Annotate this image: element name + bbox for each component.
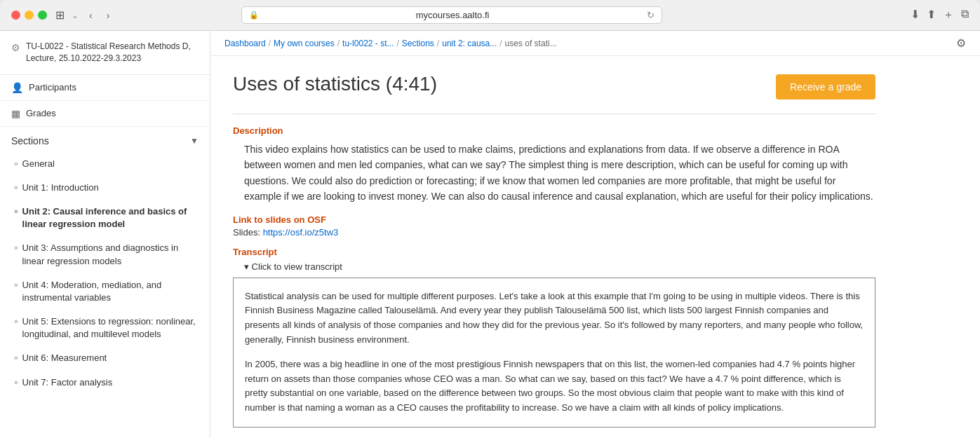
- sections-label: Sections: [11, 135, 49, 146]
- breadcrumb-sep-4: /: [437, 39, 439, 48]
- minimize-button[interactable]: [25, 11, 34, 20]
- forward-button[interactable]: ›: [103, 8, 114, 22]
- transcript-label: Transcript: [233, 247, 875, 257]
- transcript-para-2: In 2005, there was a big headline in one…: [245, 357, 864, 416]
- slides-prefix: Slides:: [233, 227, 263, 238]
- breadcrumb-dashboard[interactable]: Dashboard: [224, 39, 266, 48]
- sidebar-item-unit3[interactable]: » Unit 3: Assumptions and diagnostics in…: [0, 236, 210, 273]
- browser-actions: ⬇ ⬆ ＋ ⧉: [911, 8, 969, 22]
- section-label: Unit 2: Causal inference and basics of l…: [22, 205, 199, 231]
- tabs-icon[interactable]: ⧉: [961, 8, 969, 22]
- breadcrumb-course[interactable]: tu-l0022 - st...: [342, 39, 394, 48]
- chevron-icon: »: [14, 243, 18, 253]
- close-button[interactable]: [11, 11, 20, 20]
- chevron-icon: »: [14, 280, 18, 290]
- breadcrumb-sep-3: /: [396, 39, 398, 48]
- transcript-para-1: Statistical analysis can be used for mul…: [245, 289, 864, 348]
- new-tab-icon[interactable]: ＋: [943, 8, 954, 22]
- course-title-block[interactable]: ⚙ TU-L0022 - Statistical Research Method…: [0, 31, 210, 75]
- browser-chrome: ⊞ ⌄ ‹ › 🔒 mycourses.aalto.fi ↻ ⬇ ⬆ ＋ ⧉: [0, 0, 980, 31]
- grades-label: Grades: [26, 108, 56, 118]
- sidebar-item-unit5[interactable]: » Unit 5: Extensions to regression: nonl…: [0, 310, 210, 346]
- address-bar[interactable]: 🔒 mycourses.aalto.fi ↻: [241, 6, 662, 24]
- breadcrumb-current: uses of stati...: [505, 39, 557, 48]
- back-button[interactable]: ‹: [86, 8, 96, 22]
- sidebar-item-participants[interactable]: 👤 Participants: [0, 75, 210, 101]
- breadcrumb-sep-2: /: [337, 39, 340, 48]
- chevron-icon: »: [14, 353, 18, 363]
- description-label: Description: [233, 125, 875, 136]
- breadcrumb-my-courses[interactable]: My own courses: [274, 39, 335, 48]
- chevron-icon: »: [14, 183, 18, 193]
- maximize-button[interactable]: [38, 11, 47, 20]
- reload-button[interactable]: ↻: [647, 10, 655, 20]
- sidebar: ⚙ TU-L0022 - Statistical Research Method…: [0, 31, 210, 438]
- url-text: mycourses.aalto.fi: [263, 10, 643, 20]
- breadcrumb-sections[interactable]: Sections: [402, 39, 434, 48]
- transcript-section: Transcript ▾ Click to view transcript St…: [233, 247, 875, 427]
- chevron-icon: »: [14, 317, 18, 327]
- sidebar-item-grades[interactable]: ▦ Grades: [0, 101, 210, 127]
- link-label: Link to slides on OSF: [233, 214, 326, 225]
- section-label: General: [22, 158, 55, 170]
- sidebar-toggle-icon[interactable]: ⊞: [55, 8, 65, 22]
- main-content: Uses of statistics (4:41) Receive a grad…: [210, 56, 898, 438]
- description-text: This video explains how statistics can b…: [244, 142, 875, 205]
- sidebar-item-unit1[interactable]: » Unit 1: Introduction: [0, 176, 210, 200]
- transcript-toggle[interactable]: ▾ Click to view transcript: [244, 261, 875, 272]
- section-label: Unit 6: Measurement: [22, 352, 107, 364]
- sections-collapse-toggle[interactable]: ▼: [190, 136, 199, 146]
- app-container: ⚙ TU-L0022 - Statistical Research Method…: [0, 31, 980, 438]
- chevron-icon: »: [14, 378, 18, 388]
- sidebar-item-unit6[interactable]: » Unit 6: Measurement: [0, 346, 210, 370]
- section-label: Unit 1: Introduction: [22, 182, 99, 194]
- slides-url[interactable]: https://osf.io/z5tw3: [263, 227, 339, 238]
- traffic-lights: [11, 11, 47, 20]
- sections-header: Sections ▼: [0, 127, 210, 152]
- section-label: Unit 3: Assumptions and diagnostics in l…: [22, 242, 199, 267]
- course-icon: ⚙: [11, 42, 20, 53]
- chevron-icon: »: [14, 159, 18, 169]
- receive-grade-button[interactable]: Receive a grade: [776, 74, 875, 100]
- chevron-down-icon[interactable]: ⌄: [72, 11, 79, 20]
- sidebar-item-general[interactable]: » General: [0, 152, 210, 176]
- sidebar-item-unit4[interactable]: » Unit 4: Moderation, mediation, and ins…: [0, 273, 210, 310]
- share-icon[interactable]: ⬆: [927, 8, 936, 22]
- section-label: Unit 5: Extensions to regression: nonlin…: [22, 315, 199, 341]
- breadcrumb-sep-1: /: [269, 39, 271, 48]
- sidebar-item-unit2[interactable]: » Unit 2: Causal inference and basics of…: [0, 200, 210, 236]
- link-section: Link to slides on OSF Slides: https://os…: [233, 213, 875, 238]
- grades-icon: ▦: [11, 108, 20, 119]
- content-area: Dashboard / My own courses / tu-l0022 - …: [210, 31, 980, 438]
- content-divider: [233, 114, 875, 114]
- course-title-text: TU-L0022 - Statistical Research Methods …: [26, 41, 199, 64]
- chevron-icon: »: [14, 207, 18, 217]
- breadcrumb-unit2[interactable]: unit 2: causa...: [442, 39, 497, 48]
- sidebar-item-unit7[interactable]: » Unit 7: Factor analysis: [0, 371, 210, 395]
- download-icon[interactable]: ⬇: [911, 8, 920, 22]
- section-label: Unit 4: Moderation, mediation, and instr…: [22, 279, 199, 304]
- lock-icon: 🔒: [249, 11, 259, 20]
- section-label: Unit 7: Factor analysis: [22, 376, 113, 389]
- breadcrumb-sep-5: /: [499, 39, 502, 48]
- participants-label: Participants: [29, 82, 76, 93]
- participants-icon: 👤: [11, 82, 23, 93]
- breadcrumb: Dashboard / My own courses / tu-l0022 - …: [210, 31, 980, 56]
- transcript-content: Statistical analysis can be used for mul…: [233, 278, 875, 427]
- settings-gear-icon[interactable]: ⚙: [956, 36, 966, 50]
